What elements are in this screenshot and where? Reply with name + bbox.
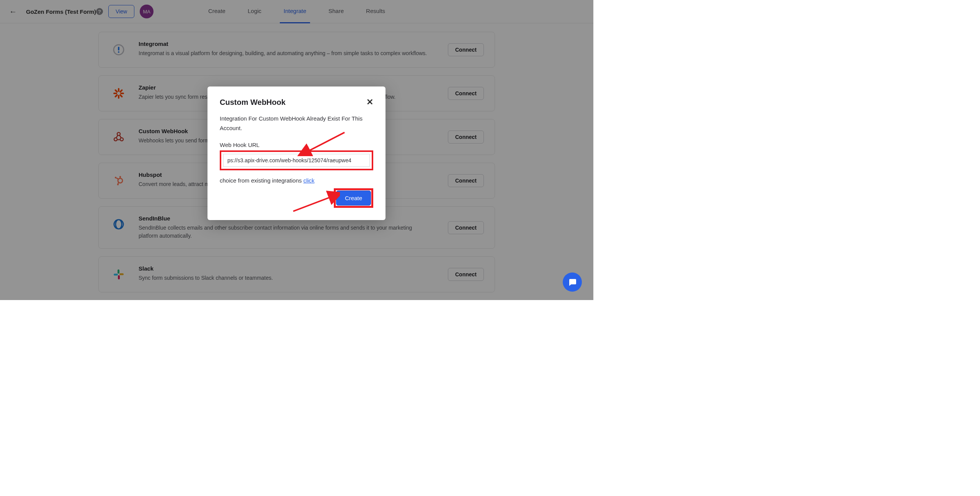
chat-widget-button[interactable] [563,272,582,292]
close-icon[interactable]: ✕ [366,97,373,107]
chat-icon [568,277,577,287]
webhook-url-highlight [220,150,373,170]
modal-title: Custom WebHook [220,98,286,107]
existing-click-link[interactable]: click [303,177,314,184]
create-button[interactable]: Create [336,191,371,206]
webhook-modal: Custom WebHook ✕ Integration For Custom … [207,86,385,220]
webhook-url-label: Web Hook URL [220,142,373,148]
webhook-url-input[interactable] [223,154,370,167]
existing-integration-text: choice from existing integrations click [220,177,373,184]
create-button-highlight: Create [334,188,373,208]
existing-prefix: choice from existing integrations [220,177,303,184]
modal-message: Integration For Custom WebHook Already E… [220,114,373,133]
modal-header: Custom WebHook ✕ [220,97,373,107]
